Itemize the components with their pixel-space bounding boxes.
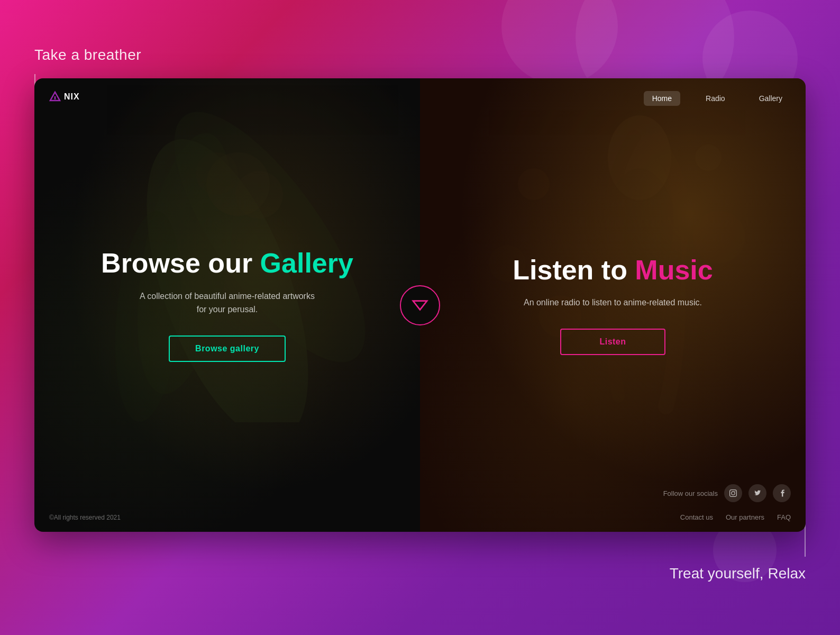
nav-home[interactable]: Home [644,91,680,106]
nav-gallery[interactable]: Gallery [751,91,791,106]
left-panel: NIX Browse our Gallery A collection of b… [34,78,420,532]
svg-point-12 [518,168,550,200]
listen-button[interactable]: Listen [560,329,665,355]
navigation: Home Radio Gallery [644,91,791,106]
svg-point-19 [735,491,735,492]
right-panel-title: Listen to Music [513,255,713,285]
nav-radio[interactable]: Radio [697,91,734,106]
logo-icon [49,91,61,103]
logo-text: NIX [64,92,80,102]
footer-links: Contact us Our partners FAQ [680,513,791,521]
right-panel: Home Radio Gallery Listen to Music An on… [420,78,806,532]
svg-point-15 [695,144,722,171]
right-title-plain: Listen to [513,255,635,285]
center-circle [400,285,440,325]
logo[interactable]: NIX [49,91,80,103]
facebook-icon[interactable] [773,484,791,502]
left-title-plain: Browse our [101,248,260,278]
svg-marker-9 [413,301,427,310]
right-panel-content: Listen to Music An online radio to liste… [513,255,713,355]
svg-rect-17 [730,490,737,497]
twitter-icon[interactable] [748,484,766,502]
top-label: Take a breather [34,47,141,64]
faq-link[interactable]: FAQ [777,513,791,521]
svg-point-6 [235,171,283,219]
social-icons-container: Follow our socials [663,484,791,502]
svg-point-5 [196,152,238,195]
bottom-label: Treat yourself, Relax [670,565,806,582]
contact-us-link[interactable]: Contact us [680,513,713,521]
main-card: NIX Browse our Gallery A collection of b… [34,78,806,532]
instagram-icon[interactable] [724,484,742,502]
left-title-highlight: Gallery [260,248,353,278]
footer-copyright: ©All rights reserved 2021 [49,514,121,521]
center-icon [410,296,430,315]
left-panel-content: Browse our Gallery A collection of beaut… [101,248,353,361]
right-panel-subtitle: An online radio to listen to anime-relat… [524,296,702,310]
center-circle-container [400,285,440,325]
left-panel-title: Browse our Gallery [101,248,353,278]
left-panel-subtitle: A collection of beautiful anime-related … [138,289,317,316]
socials-label: Follow our socials [663,489,718,497]
browse-gallery-button[interactable]: Browse gallery [169,335,286,362]
svg-point-18 [732,492,735,495]
partners-link[interactable]: Our partners [726,513,764,521]
right-title-highlight: Music [635,255,713,285]
